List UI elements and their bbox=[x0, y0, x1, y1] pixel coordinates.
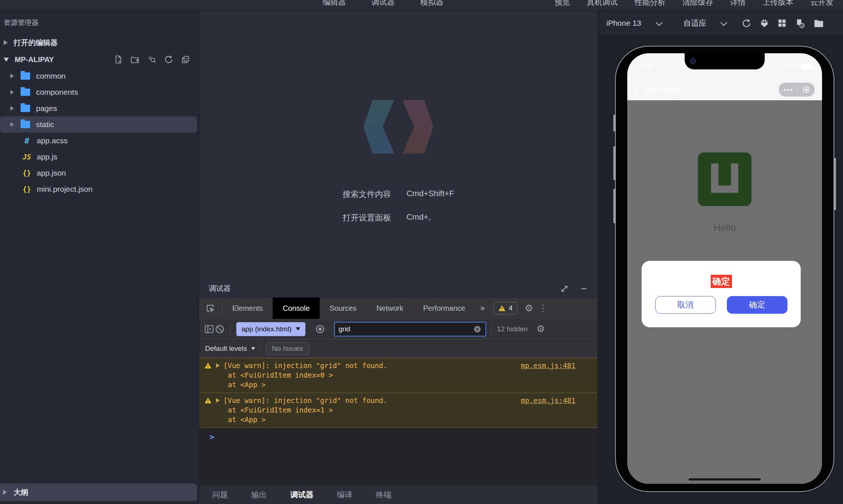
logo-left-shape bbox=[363, 100, 394, 154]
menu-item-editor[interactable]: 编辑器 bbox=[323, 0, 346, 8]
tree-folder-static[interactable]: static bbox=[0, 116, 197, 133]
expand-panel-icon[interactable] bbox=[560, 284, 569, 293]
console-filter-input[interactable] bbox=[338, 325, 473, 333]
uni-app-grid-icon[interactable] bbox=[698, 152, 751, 206]
tree-file-app-json[interactable]: {} app.json bbox=[0, 165, 198, 181]
context-selector[interactable]: app (index.html) bbox=[236, 322, 305, 336]
tree-file-mini-project-json[interactable]: {} mini.project.json bbox=[0, 181, 198, 197]
chevron-right-icon bbox=[3, 490, 7, 495]
context-selector-value: app (index.html) bbox=[241, 325, 291, 333]
console-settings-gear-icon[interactable]: ⚙ bbox=[537, 323, 545, 335]
tab-output[interactable]: 输出 bbox=[251, 490, 267, 500]
simulator-panel: iPhone 13 自适应 21:24 bbox=[598, 11, 843, 504]
menu-item-remote-debug[interactable]: 真机调试 bbox=[587, 0, 618, 8]
capsule-more-icon[interactable] bbox=[784, 89, 792, 91]
expand-caret-icon[interactable] bbox=[216, 398, 220, 403]
outline-section[interactable]: 大纲 bbox=[0, 483, 197, 501]
chevron-down-icon bbox=[296, 327, 300, 331]
tab-network[interactable]: Network bbox=[366, 298, 413, 319]
menu-item-preview[interactable]: 预览 bbox=[555, 0, 570, 8]
menu-item-clear-cache[interactable]: 清除缓存 bbox=[682, 0, 713, 8]
clear-filter-icon[interactable] bbox=[473, 325, 482, 334]
console-sidebar-toggle-icon[interactable] bbox=[204, 324, 215, 334]
grid-item-label: Hello bbox=[627, 222, 822, 234]
menu-item-details[interactable]: 详情 bbox=[730, 0, 746, 8]
tab-debugger[interactable]: 调试器 bbox=[290, 490, 313, 500]
console-warning-row[interactable]: [Vue warn]: injection "grid" not found. … bbox=[199, 393, 598, 428]
device-selector[interactable]: iPhone 13 bbox=[606, 19, 641, 28]
menu-item-debugger[interactable]: 调试器 bbox=[372, 0, 395, 8]
scale-mode-selector[interactable]: 自适应 bbox=[684, 18, 707, 28]
cancel-button[interactable]: 取消 bbox=[655, 296, 716, 314]
tree-folder-components[interactable]: components bbox=[0, 84, 198, 100]
folder-label: components bbox=[36, 88, 78, 97]
console-warning-row[interactable]: [Vue warn]: injection "grid" not found. … bbox=[199, 358, 598, 393]
folder-label: static bbox=[36, 120, 54, 129]
tab-performance[interactable]: Performance bbox=[413, 298, 476, 319]
chevron-down-icon bbox=[251, 347, 255, 350]
issues-counter[interactable]: No Issues bbox=[266, 342, 309, 355]
battery-icon bbox=[801, 64, 812, 69]
page-content-masked: Hello 确定 取消 确定 bbox=[627, 100, 822, 484]
chevron-down-icon bbox=[720, 19, 727, 26]
source-link[interactable]: mp.esm.js:481 bbox=[521, 361, 575, 370]
menu-item-simulator[interactable]: 模拟器 bbox=[420, 0, 444, 8]
log-levels-dropdown[interactable]: Default levels bbox=[205, 345, 255, 353]
reload-icon[interactable] bbox=[742, 18, 751, 28]
tree-file-app-acss[interactable]: # app.acss bbox=[0, 133, 198, 149]
folder-panel-icon[interactable] bbox=[813, 18, 824, 28]
chevron-right-icon bbox=[4, 40, 8, 45]
tab-console[interactable]: Console bbox=[273, 298, 319, 319]
editor-welcome-pane: 搜索文件内容 Cmd+Shift+F 打开设置面板 Cmd+, bbox=[199, 11, 598, 280]
back-chevron-icon[interactable] bbox=[634, 86, 642, 94]
tab-problems[interactable]: 问题 bbox=[212, 490, 228, 500]
new-file-icon[interactable] bbox=[113, 55, 123, 64]
json-file-icon: {} bbox=[21, 185, 32, 193]
new-folder-icon[interactable] bbox=[130, 55, 140, 64]
tab-sources[interactable]: Sources bbox=[320, 298, 366, 319]
live-expression-eye-icon[interactable] bbox=[315, 324, 325, 334]
menu-item-upload-version[interactable]: 上传版本 bbox=[763, 0, 793, 8]
clear-console-icon[interactable] bbox=[215, 324, 225, 334]
grid-view-icon[interactable] bbox=[777, 18, 787, 28]
simulator-toolbar: iPhone 13 自适应 bbox=[598, 11, 843, 35]
warning-count-badge[interactable]: 4 bbox=[494, 302, 517, 314]
tab-terminal[interactable]: 终端 bbox=[376, 490, 391, 500]
stack-line: at <App > bbox=[204, 380, 575, 389]
menu-item-cloud-dev[interactable]: 云开发 bbox=[810, 0, 833, 8]
doc-history-icon[interactable] bbox=[795, 18, 805, 28]
minimize-panel-icon[interactable] bbox=[580, 285, 588, 293]
file-label: app.acss bbox=[37, 136, 68, 145]
debugger-header: 调试器 bbox=[199, 280, 598, 298]
folder-label: pages bbox=[36, 104, 57, 113]
tree-file-app-js[interactable]: JS app.js bbox=[0, 149, 198, 165]
refresh-icon[interactable] bbox=[164, 55, 173, 64]
more-tabs-icon[interactable]: » bbox=[475, 303, 490, 313]
folder-icon bbox=[21, 121, 30, 128]
home-indicator[interactable] bbox=[689, 478, 761, 480]
inspect-element-icon[interactable] bbox=[199, 303, 222, 313]
tree-folder-pages[interactable]: pages bbox=[0, 100, 198, 116]
stack-line: at <App > bbox=[204, 415, 575, 424]
project-root-row[interactable]: MP-ALIPAY bbox=[0, 51, 198, 68]
menu-right-group: 预览 真机调试 性能分析 清除缓存 详情 上传版本 云开发 bbox=[555, 0, 833, 8]
menu-item-performance[interactable]: 性能分析 bbox=[635, 0, 666, 8]
collapse-all-icon[interactable] bbox=[181, 55, 190, 64]
search-in-files-icon[interactable] bbox=[147, 55, 157, 64]
file-label: app.js bbox=[37, 152, 57, 161]
console-prompt[interactable]: > bbox=[199, 428, 598, 442]
cube-3d-icon[interactable] bbox=[760, 18, 769, 28]
capsule-close-icon[interactable] bbox=[803, 86, 810, 93]
hidden-messages-count[interactable]: 12 hidden bbox=[497, 325, 527, 333]
menu-bar: 编辑器 调试器 模拟器 预览 真机调试 性能分析 清除缓存 详情 上传版本 云开… bbox=[0, 0, 843, 11]
kebab-menu-icon[interactable]: ⋮ bbox=[538, 303, 547, 313]
warning-text: [Vue warn]: injection "grid" not found. bbox=[223, 361, 387, 370]
expand-caret-icon[interactable] bbox=[216, 363, 220, 368]
source-link[interactable]: mp.esm.js:481 bbox=[521, 396, 575, 405]
tree-folder-common[interactable]: common bbox=[0, 68, 198, 84]
open-editors-section[interactable]: 打开的编辑器 bbox=[0, 34, 198, 51]
settings-gear-icon[interactable]: ⚙ bbox=[525, 303, 533, 314]
confirm-button[interactable]: 确定 bbox=[727, 296, 788, 314]
tab-compile[interactable]: 编译 bbox=[337, 490, 352, 500]
tab-elements[interactable]: Elements bbox=[222, 298, 273, 319]
